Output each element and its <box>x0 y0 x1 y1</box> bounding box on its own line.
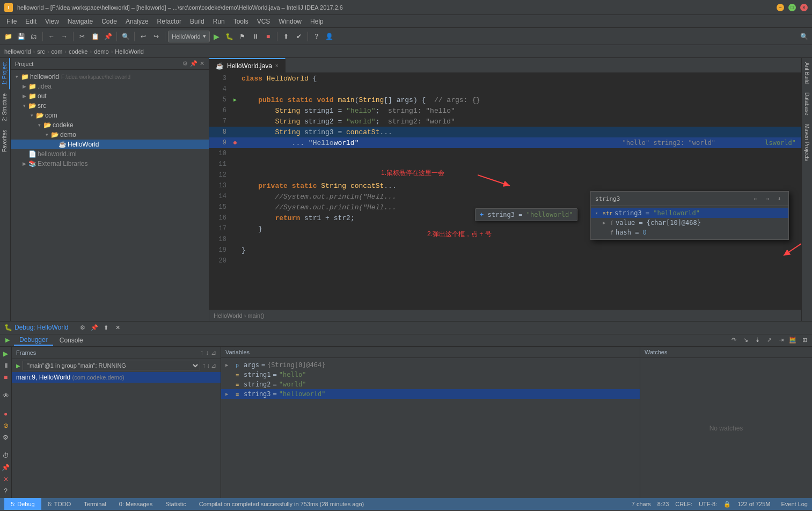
debug-evaluate-btn[interactable]: 🧮 <box>787 335 798 346</box>
tb-undo-btn[interactable]: ↩ <box>137 31 149 42</box>
run-config-dropdown[interactable]: HelloWorld ▾ <box>168 31 210 42</box>
debug-breakpoint-icon[interactable]: ● <box>1 409 11 419</box>
tb-copy-btn[interactable]: 📋 <box>89 31 101 42</box>
popup-var-hash[interactable]: f hash = 0 <box>591 228 788 237</box>
tb-redo-btn[interactable]: ↪ <box>150 31 162 42</box>
frames-sort-icon[interactable]: ↑ <box>200 349 203 356</box>
expand-arrow-codeke[interactable]: ▾ <box>35 122 43 128</box>
project-pin-icon[interactable]: 📌 <box>190 60 197 67</box>
expand-arrow-out[interactable]: ▶ <box>20 93 28 99</box>
debug-x-icon[interactable]: ✕ <box>1 474 11 484</box>
tree-item-codeke[interactable]: ▾ 📂 codeke <box>11 120 209 130</box>
search-everywhere-btn[interactable]: 🔍 <box>798 31 810 42</box>
menu-edit[interactable]: Edit <box>21 17 41 26</box>
menu-code[interactable]: Code <box>97 17 121 26</box>
sidebar-tab-structure[interactable]: 2: Structure <box>0 89 10 126</box>
frame-item-main[interactable]: main:9, HelloWorld (com.codeke.demo) <box>12 372 221 383</box>
right-tab-ant[interactable]: Ant Build <box>802 58 811 88</box>
nav-com[interactable]: com <box>52 48 63 55</box>
tree-item-com[interactable]: ▾ 📂 com <box>11 111 209 120</box>
tree-item-src[interactable]: ▾ 📂 src <box>11 101 209 111</box>
coverage-button[interactable]: ⚑ <box>237 31 248 42</box>
event-log-link[interactable]: Event Log <box>781 501 808 507</box>
debug-view-icon[interactable]: 👁 <box>1 391 11 400</box>
menu-vcs[interactable]: VCS <box>253 17 275 26</box>
watch-popup-history-btn[interactable]: ⬇ <box>774 194 784 203</box>
debug-frames-btn[interactable]: ⊞ <box>799 335 810 346</box>
editor-tab-helloworld[interactable]: ☕ HelloWorld.java × <box>209 58 286 72</box>
watch-popup-back-btn[interactable]: ← <box>751 194 760 203</box>
expand-arrow-extlibs[interactable]: ▶ <box>20 161 28 166</box>
vcs-commit-btn[interactable]: ✔ <box>293 31 305 42</box>
status-tab-debug[interactable]: 5: Debug <box>4 498 41 510</box>
tree-item-helloworld[interactable]: ▾ 📁 helloworld F:\idea workspace\hellowo… <box>11 72 209 82</box>
debug-step-over-btn[interactable]: ↷ <box>728 335 739 346</box>
debug-run-to-cursor-btn[interactable]: ⇥ <box>776 335 786 346</box>
vcs-update-btn[interactable]: ⬆ <box>280 31 292 42</box>
nav-src[interactable]: src <box>37 48 45 55</box>
debug-expand-btn[interactable]: ⬆ <box>101 322 112 333</box>
debug-resume-icon[interactable]: ▶ <box>1 349 11 359</box>
profile-button[interactable]: ⏸ <box>250 31 261 42</box>
tree-item-out[interactable]: ▶ 📁 out <box>11 91 209 101</box>
right-tab-db[interactable]: Database <box>802 88 811 120</box>
menu-view[interactable]: View <box>41 17 63 26</box>
menu-build[interactable]: Build <box>186 17 209 26</box>
debug-step-into-btn[interactable]: ↘ <box>740 335 751 346</box>
stop-button[interactable]: ■ <box>262 31 274 42</box>
debugger-tab[interactable]: Debugger <box>14 335 53 346</box>
debug-stop-icon[interactable]: ■ <box>1 373 11 382</box>
nav-demo[interactable]: demo <box>94 48 109 55</box>
agent-btn[interactable]: 👤 <box>324 31 335 42</box>
var-item-args[interactable]: ▶ p args = {String[0]@464} <box>221 360 640 370</box>
minimize-button[interactable]: – <box>777 4 784 11</box>
debug-tab-debug[interactable]: 🐛 Debug: HelloWorld <box>4 324 69 331</box>
expand-arrow-com[interactable]: ▾ <box>28 113 35 118</box>
help-btn[interactable]: ? <box>311 31 323 42</box>
expand-arrow-helloworld[interactable]: ▾ <box>13 74 20 79</box>
menu-help[interactable]: Help <box>306 17 328 26</box>
status-tab-statistic[interactable]: Statistic <box>159 498 193 510</box>
expand-arrow-src[interactable]: ▾ <box>20 103 28 108</box>
expand-arrow-demo[interactable]: ▾ <box>43 132 50 137</box>
tb-save-all-btn[interactable]: 🗂 <box>28 31 40 42</box>
maximize-button[interactable]: □ <box>788 4 796 11</box>
close-button[interactable]: × <box>800 4 808 11</box>
tb-find-btn[interactable]: 🔍 <box>120 31 131 42</box>
debug-force-step-into-btn[interactable]: ⇣ <box>752 335 763 346</box>
menu-file[interactable]: File <box>2 17 21 26</box>
menu-analyze[interactable]: Analyze <box>121 17 153 26</box>
tb-save-btn[interactable]: 💾 <box>15 31 27 42</box>
status-tab-terminal[interactable]: Terminal <box>77 498 113 510</box>
thread-select[interactable]: "main"@1 in group "main": RUNNING <box>23 361 200 370</box>
frame-filter-btn[interactable]: ⊿ <box>211 362 216 369</box>
tree-item-idea[interactable]: ▶ 📁 .idea <box>11 82 209 91</box>
code-editor[interactable]: 3 class HelloWorld { 4 5 ▶ public static… <box>209 73 801 309</box>
menu-tools[interactable]: Tools <box>229 17 253 26</box>
popup-var-value[interactable]: ▶ f value = {char[10]@468} <box>591 218 788 228</box>
frame-up-btn[interactable]: ↑ <box>202 362 206 369</box>
debug-resume-btn[interactable]: ▶ <box>2 335 13 346</box>
debug-button[interactable]: 🐛 <box>224 31 236 42</box>
menu-navigate[interactable]: Navigate <box>63 17 97 26</box>
tb-fwd-btn[interactable]: → <box>58 31 70 42</box>
debug-history-icon[interactable]: ⏱ <box>1 451 11 461</box>
debug-help-icon[interactable]: ? <box>1 486 11 496</box>
nav-helloworld-class[interactable]: HelloWorld <box>115 48 144 55</box>
var-item-string1[interactable]: ≡ string1 = "hello" <box>221 370 640 379</box>
var-item-string2[interactable]: ≡ string2 = "world" <box>221 379 640 389</box>
frames-down-icon[interactable]: ↓ <box>206 349 209 356</box>
tree-item-ext-libs[interactable]: ▶ 📚 External Libraries <box>11 159 209 169</box>
debug-mute-icon[interactable]: ⊘ <box>1 421 11 430</box>
menu-window[interactable]: Window <box>274 17 306 26</box>
tab-close-btn[interactable]: × <box>275 63 279 69</box>
nav-helloworld[interactable]: helloworld <box>4 48 31 55</box>
tb-cut-btn[interactable]: ✂ <box>76 31 88 42</box>
console-tab[interactable]: Console <box>54 335 89 345</box>
debug-pin-btn[interactable]: 📌 <box>89 322 100 333</box>
status-tab-todo[interactable]: 6: TODO <box>41 498 78 510</box>
right-tab-maven[interactable]: Maven Projects <box>802 120 811 165</box>
sidebar-tab-project[interactable]: 1: Project <box>0 58 10 89</box>
tree-item-helloworld-java[interactable]: ☕ HelloWorld <box>11 140 209 149</box>
debug-pause-icon[interactable]: ⏸ <box>1 361 11 370</box>
